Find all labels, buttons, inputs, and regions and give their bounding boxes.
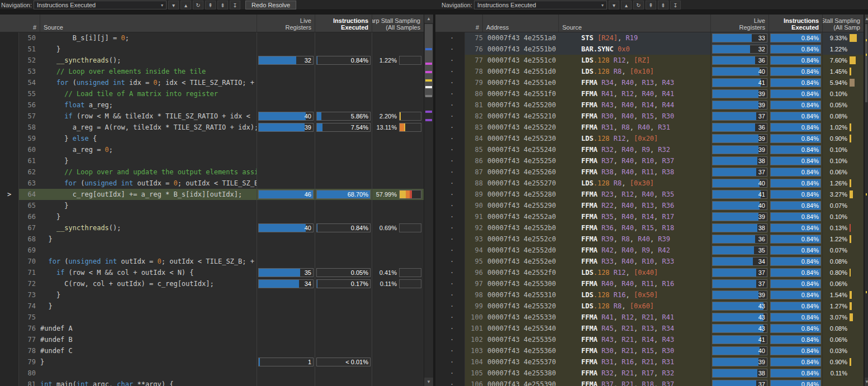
sass-instruction-row[interactable]: ·7500007f43 4e2551a0STS [R24], R19330.84… (435, 32, 864, 44)
sass-instruction-row[interactable]: ·9800007f43 4e255310LDS.128 R16, [0x50]3… (435, 289, 864, 301)
source-line-row[interactable]: 69 (0, 245, 424, 256)
nav-history-dropdown-button[interactable]: ▾ (609, 1, 619, 9)
prev-hotspot-button[interactable]: ⇞ (205, 1, 216, 9)
sass-scrollbar[interactable]: ▲ ▼ (864, 15, 868, 386)
sass-instruction-row[interactable]: ·8500007f43 4e255240FFMA R32, R40, R9, R… (435, 144, 864, 155)
source-line-row[interactable]: 81int main(int argc, char **argv) { (0, 379, 424, 386)
sass-instruction-row[interactable]: ·8400007f43 4e255230LDS.128 R12, [0x20]3… (435, 133, 864, 144)
source-line-row[interactable]: 54 for (unsigned int idx = 0; idx < TILE… (0, 77, 424, 88)
sass-instruction-row[interactable]: ·7700007f43 4e2551c0LDS.128 R12, [RZ]360… (435, 55, 864, 66)
resolve-source-button[interactable]: ↻ (193, 1, 203, 9)
prev-hotspot-button[interactable]: ⇞ (646, 1, 656, 9)
col-header-live-registers[interactable]: LiveRegisters (257, 15, 315, 32)
source-line-row[interactable]: 61 } (0, 155, 424, 166)
sass-instruction-row[interactable]: ·9300007f43 4e2552c0FFMA R39, R8, R40, R… (435, 233, 864, 245)
source-line-row[interactable]: 72 C(row, col + outIdx) = c_reg[outIdx];… (0, 278, 424, 289)
source-line-row[interactable]: 77#undef B (0, 334, 424, 345)
sass-instruction-row[interactable]: ·10500007f43 4e255380FFMA R32, R21, R17,… (435, 368, 864, 379)
source-line-row[interactable]: 57 if (row < M && tileIdx * TILE_SZ_RATI… (0, 111, 424, 122)
source-line-row[interactable]: 55 // Load tile of A matrix into registe… (0, 88, 424, 99)
source-scrollbar[interactable]: ▲ ▼ (424, 15, 433, 386)
col-header-line-number[interactable]: # (0, 15, 40, 32)
sass-instruction-row[interactable]: ·9400007f43 4e2552d0FFMA R42, R40, R9, R… (435, 245, 864, 256)
col-header-live-registers[interactable]: LiveRegisters (711, 15, 769, 32)
col-header-warp-stall[interactable]: arp Stall Sampling(All Samples (372, 15, 424, 32)
source-line-row[interactable]: 67 __syncthreads();400.84%0.69% (0, 222, 424, 233)
sass-instruction-row[interactable]: ·10600007f43 4e255390FFMA R37, R21, R18,… (435, 379, 864, 386)
scroll-down-icon[interactable]: ▼ (424, 378, 433, 386)
source-line-row[interactable]: 80 (0, 368, 424, 379)
warp-stall-cell: 13.11% (372, 122, 424, 133)
col-header-instructions-executed[interactable]: InstructionsExecuted (315, 15, 372, 32)
navigation-select[interactable]: Instructions Executed ▾ (474, 1, 607, 9)
col-header-warp-stall[interactable]: arp Stall Sampling(All Samp (823, 15, 864, 32)
next-hotspot-button[interactable]: ⇟ (217, 1, 228, 9)
navigation-select[interactable]: Instructions Executed ▾ (34, 1, 167, 9)
nav-previous-button[interactable]: ▴ (181, 1, 191, 9)
col-header-instructions-executed[interactable]: InstructionsExecuted (769, 15, 823, 32)
live-registers-cell (257, 233, 315, 245)
source-line-row[interactable]: 65 } (0, 200, 424, 211)
source-line-row[interactable]: >64 c_reg[outIdx] += a_reg * B_s[idx][ou… (0, 189, 424, 200)
sass-instruction-row[interactable]: ·8100007f43 4e255200FFMA R43, R40, R14, … (435, 99, 864, 111)
sass-instruction-row[interactable]: ·7800007f43 4e2551d0LDS.128 R8, [0x10]40… (435, 66, 864, 77)
sass-instruction-row[interactable]: ·7900007f43 4e2551e0FFMA R34, R40, R13, … (435, 77, 864, 88)
col-header-source[interactable]: Source (40, 15, 257, 32)
sass-instruction-row[interactable]: ·8000007f43 4e2551f0FFMA R41, R12, R40, … (435, 88, 864, 99)
source-line-row[interactable]: 50 B_s[i][j] = 0; (0, 32, 424, 44)
resolve-source-button[interactable]: ↻ (633, 1, 644, 9)
sass-instruction-row[interactable]: ·8800007f43 4e255270LDS.128 R8, [0x30]40… (435, 178, 864, 189)
sass-instruction-row[interactable]: ·9900007f43 4e255320LDS.128 R8, [0x60]43… (435, 301, 864, 312)
sass-instruction-row[interactable]: ·7600007f43 4e2551b0BAR.SYNC 0x0320.84%1… (435, 44, 864, 55)
sass-instruction-row[interactable]: ·8700007f43 4e255260FFMA R38, R40, R11, … (435, 166, 864, 178)
source-line-row[interactable]: 51 } (0, 44, 424, 55)
col-header-instruction-index[interactable]: # (435, 15, 483, 32)
sass-instruction-row[interactable]: ·8200007f43 4e255210FFMA R30, R40, R15, … (435, 111, 864, 122)
source-line-row[interactable]: 56 float a_reg; (0, 99, 424, 111)
source-line-row[interactable]: 73 } (0, 289, 424, 301)
source-line-row[interactable]: 52 __syncthreads();320.84%1.22% (0, 55, 424, 66)
nav-previous-button[interactable]: ▴ (621, 1, 632, 9)
sass-instruction-row[interactable]: ·10200007f43 4e255350FFMA R43, R21, R14,… (435, 334, 864, 345)
sass-instruction-row[interactable]: ·9700007f43 4e255300FFMA R40, R40, R11, … (435, 278, 864, 289)
source-line-row[interactable]: 60 a_reg = 0; (0, 144, 424, 155)
sass-instruction-row[interactable]: ·10400007f43 4e255370FFMA R31, R16, R21,… (435, 356, 864, 368)
source-line-row[interactable]: 63 for (unsigned int outIdx = 0; outIdx … (0, 178, 424, 189)
col-header-source[interactable]: Source (559, 15, 711, 32)
scroll-up-icon[interactable]: ▲ (865, 15, 868, 23)
sass-instruction-row[interactable]: ·8300007f43 4e255220FFMA R31, R8, R40, R… (435, 122, 864, 133)
sass-instruction-row[interactable]: ·8600007f43 4e255250FFMA R37, R40, R10, … (435, 155, 864, 166)
sass-instruction-row[interactable]: ·9600007f43 4e2552f0LDS.128 R12, [0x40]3… (435, 267, 864, 278)
source-line-row[interactable]: 66 } (0, 211, 424, 222)
goto-current-button[interactable]: ↧ (230, 1, 240, 9)
sass-instruction-row[interactable]: ·10000007f43 4e255330FFMA R41, R12, R21,… (435, 312, 864, 323)
source-line-row[interactable]: 58 a_reg = A(row, tileIdx * TILE_SZ_RATI… (0, 122, 424, 133)
source-line-row[interactable]: 62 // Loop over and update the output el… (0, 166, 424, 178)
sass-instruction-row[interactable]: ·9100007f43 4e2552a0FFMA R35, R40, R14, … (435, 211, 864, 222)
source-line-row[interactable]: 74 } (0, 301, 424, 312)
scroll-up-icon[interactable]: ▲ (424, 15, 433, 23)
goto-current-button[interactable]: ↧ (670, 1, 681, 9)
nav-history-dropdown-button[interactable]: ▾ (168, 1, 179, 9)
redo-resolve-button[interactable]: Redo Resolve (245, 1, 296, 9)
source-line-row[interactable]: 78#undef C (0, 345, 424, 356)
source-line-row[interactable]: 79}1< 0.01% (0, 356, 424, 368)
scrollbar-thumb[interactable] (865, 24, 867, 102)
warp-stall-value: 1.45% (823, 66, 847, 77)
source-line-row[interactable]: 59 } else { (0, 133, 424, 144)
sass-instruction-row[interactable]: ·8900007f43 4e255280FFMA R23, R12, R40, … (435, 189, 864, 200)
sass-instruction-row[interactable]: ·9000007f43 4e255290FFMA R22, R40, R13, … (435, 200, 864, 211)
source-line-row[interactable]: 53 // Loop over elements inside the tile (0, 66, 424, 77)
source-line-row[interactable]: 75 (0, 312, 424, 323)
source-line-row[interactable]: 76#undef A (0, 323, 424, 334)
source-line-row[interactable]: 70 for (unsigned int outIdx = 0; outIdx … (0, 256, 424, 267)
sass-instruction-row[interactable]: ·10100007f43 4e255340FFMA R45, R21, R13,… (435, 323, 864, 334)
sass-instruction-row[interactable]: ·9200007f43 4e2552b0FFMA R36, R40, R15, … (435, 222, 864, 233)
source-line-row[interactable]: 71 if (row < M && col + outIdx < N) {350… (0, 267, 424, 278)
next-hotspot-button[interactable]: ⇟ (658, 1, 668, 9)
col-header-address[interactable]: Address (483, 15, 559, 32)
scroll-down-icon[interactable]: ▼ (865, 378, 868, 386)
source-line-row[interactable]: 68 } (0, 233, 424, 245)
sass-instruction-row[interactable]: ·9500007f43 4e2552e0FFMA R33, R40, R10, … (435, 256, 864, 267)
sass-instruction-row[interactable]: ·10300007f43 4e255360FFMA R30, R21, R15,… (435, 345, 864, 356)
